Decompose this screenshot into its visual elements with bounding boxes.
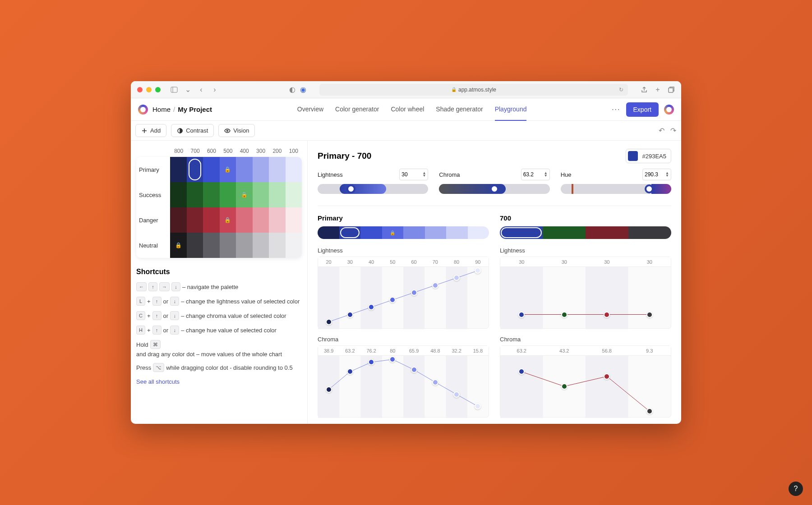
export-button[interactable]: Export bbox=[626, 102, 659, 117]
palette-swatch[interactable] bbox=[187, 157, 203, 182]
chart-dot[interactable] bbox=[646, 312, 653, 318]
chart-dot[interactable] bbox=[646, 408, 653, 414]
primary-shade-bar[interactable]: 🔒 bbox=[318, 226, 489, 239]
chart-dot[interactable] bbox=[604, 312, 610, 318]
palette-swatch[interactable] bbox=[269, 233, 286, 258]
chart-dot[interactable] bbox=[432, 282, 438, 289]
add-button[interactable]: Add bbox=[135, 124, 166, 137]
lightness-chart-primary[interactable]: 2030405060708090 bbox=[318, 257, 489, 329]
lightness-input[interactable]: ▲▼ bbox=[399, 169, 428, 180]
palette-swatch[interactable] bbox=[203, 182, 220, 207]
tabs-icon[interactable] bbox=[668, 86, 675, 93]
hue-input[interactable]: ▲▼ bbox=[642, 169, 671, 180]
sidebar-icon[interactable] bbox=[171, 86, 178, 93]
palette-swatch[interactable]: 🔒 bbox=[236, 182, 253, 207]
chart-dot[interactable] bbox=[347, 368, 353, 375]
palette-swatch[interactable] bbox=[253, 233, 269, 258]
palette-swatch[interactable] bbox=[187, 207, 203, 233]
chart-dot[interactable] bbox=[389, 356, 396, 363]
see-all-shortcuts-link[interactable]: See all shortcuts bbox=[136, 378, 180, 385]
app-logo[interactable] bbox=[138, 105, 148, 115]
chart-dot[interactable] bbox=[518, 312, 525, 318]
palette-swatch[interactable] bbox=[203, 157, 220, 182]
forward-icon[interactable]: › bbox=[211, 86, 218, 93]
more-menu[interactable]: ··· bbox=[612, 106, 620, 114]
nav-color-generator[interactable]: Color generator bbox=[335, 98, 379, 121]
shield-icon[interactable]: ◐ bbox=[289, 86, 296, 93]
palette-swatch[interactable] bbox=[236, 207, 253, 233]
palette-swatch[interactable]: 🔒 bbox=[220, 157, 236, 182]
palette-swatch[interactable] bbox=[253, 182, 269, 207]
palette-swatch[interactable] bbox=[203, 207, 220, 233]
nav-color-wheel[interactable]: Color wheel bbox=[391, 98, 424, 121]
chart-dot[interactable] bbox=[368, 304, 374, 310]
chart-dot[interactable] bbox=[411, 367, 417, 373]
privacy-icon[interactable]: ◉ bbox=[300, 86, 307, 93]
breadcrumb-project[interactable]: My Project bbox=[178, 106, 212, 113]
chart-dot[interactable] bbox=[561, 312, 567, 318]
user-avatar[interactable] bbox=[664, 105, 674, 115]
palette-swatch[interactable] bbox=[187, 182, 203, 207]
undo-icon[interactable]: ↶ bbox=[658, 127, 665, 134]
palette-swatch[interactable] bbox=[286, 182, 302, 207]
vision-button[interactable]: Vision bbox=[218, 124, 255, 137]
palette-swatch[interactable] bbox=[286, 233, 302, 258]
chart-dot[interactable] bbox=[326, 386, 332, 393]
breadcrumb-home[interactable]: Home bbox=[152, 106, 171, 113]
chroma-chart-700[interactable]: 63.243.256.89.3 bbox=[500, 345, 671, 418]
palette-swatch[interactable] bbox=[236, 157, 253, 182]
chroma-input[interactable]: ▲▼ bbox=[521, 169, 550, 180]
chart-dot[interactable] bbox=[453, 391, 460, 398]
palette-swatch[interactable] bbox=[253, 157, 269, 182]
lightness-slider[interactable] bbox=[318, 184, 428, 194]
chart-dot[interactable] bbox=[561, 383, 567, 390]
chart-dot[interactable] bbox=[475, 403, 481, 409]
chart-dot[interactable] bbox=[604, 373, 610, 380]
share-icon[interactable] bbox=[641, 86, 648, 93]
reload-icon[interactable]: ↻ bbox=[619, 87, 623, 93]
palette-swatch[interactable] bbox=[220, 233, 236, 258]
new-tab-icon[interactable]: + bbox=[654, 86, 661, 93]
chart-dot[interactable] bbox=[411, 289, 417, 296]
palette-swatch[interactable] bbox=[269, 182, 286, 207]
redo-icon[interactable]: ↷ bbox=[669, 127, 677, 134]
hue-slider[interactable] bbox=[561, 184, 671, 194]
chart-dot[interactable] bbox=[368, 359, 374, 365]
chart-dot[interactable] bbox=[347, 312, 353, 318]
chart-dot[interactable] bbox=[389, 297, 396, 303]
chart-dot[interactable] bbox=[518, 368, 525, 375]
palette-swatch[interactable] bbox=[269, 157, 286, 182]
palette-swatch[interactable] bbox=[187, 233, 203, 258]
close-window[interactable] bbox=[137, 87, 143, 92]
palette-swatch[interactable] bbox=[203, 233, 220, 258]
back-icon[interactable]: ‹ bbox=[198, 86, 205, 93]
palette-swatch[interactable] bbox=[286, 207, 302, 233]
chart-dot[interactable] bbox=[326, 319, 332, 325]
palette-swatch[interactable]: 🔒 bbox=[220, 207, 236, 233]
chart-dot[interactable] bbox=[432, 379, 438, 386]
palette-swatch[interactable] bbox=[236, 233, 253, 258]
700-shade-bar[interactable] bbox=[500, 226, 671, 239]
chroma-chart-primary[interactable]: 38.963.276.28065.948.832.215.8 bbox=[318, 345, 489, 418]
palette-swatch[interactable] bbox=[170, 157, 187, 182]
palette-swatch[interactable] bbox=[253, 207, 269, 233]
minimize-window[interactable] bbox=[146, 87, 152, 92]
palette-swatch[interactable] bbox=[269, 207, 286, 233]
chart-dot[interactable] bbox=[475, 267, 481, 274]
nav-playground[interactable]: Playground bbox=[495, 98, 527, 121]
chroma-slider[interactable] bbox=[439, 184, 549, 194]
palette-swatch[interactable] bbox=[286, 157, 302, 182]
url-bar[interactable]: 🔒 app.atmos.style ↻ bbox=[319, 84, 628, 96]
hex-badge[interactable]: #293EA5 bbox=[626, 149, 672, 163]
maximize-window[interactable] bbox=[155, 87, 161, 92]
chart-dot[interactable] bbox=[453, 275, 460, 281]
lightness-chart-700[interactable]: 30303030 bbox=[500, 257, 671, 329]
nav-shade-generator[interactable]: Shade generator bbox=[436, 98, 483, 121]
chevron-down-icon[interactable]: ⌄ bbox=[184, 86, 191, 93]
palette-swatch[interactable] bbox=[220, 182, 236, 207]
contrast-button[interactable]: Contrast bbox=[171, 124, 214, 137]
palette-swatch[interactable]: 🔒 bbox=[170, 233, 187, 258]
palette-swatch[interactable] bbox=[170, 182, 187, 207]
palette-swatch[interactable] bbox=[170, 207, 187, 233]
nav-overview[interactable]: Overview bbox=[297, 98, 323, 121]
